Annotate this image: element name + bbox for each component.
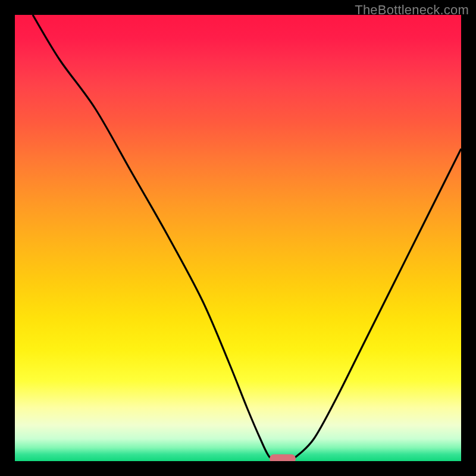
bottleneck-curve-path [33, 15, 461, 461]
plot-area [15, 15, 461, 461]
optimal-marker [270, 455, 296, 462]
bottleneck-curve-svg [15, 15, 461, 461]
watermark-text: TheBottleneck.com [355, 2, 469, 18]
chart-container: TheBottleneck.com [0, 0, 476, 476]
